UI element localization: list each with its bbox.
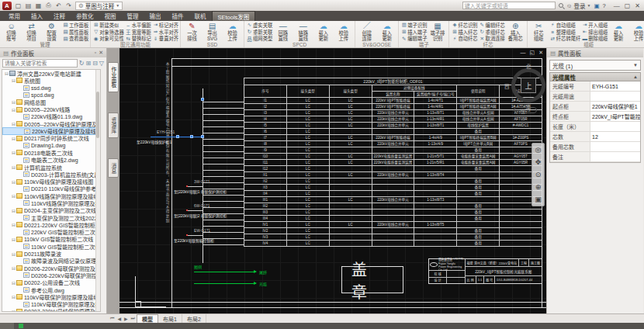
tree-expander-icon[interactable]: ⊟	[11, 237, 16, 242]
tree-expander-icon[interactable]: ⊟	[11, 265, 16, 271]
tree-item[interactable]: 参考公用.dwg	[2, 286, 100, 293]
plot-icon[interactable]: ⎙	[44, 2, 53, 9]
undo-icon[interactable]: ↶	[54, 2, 63, 9]
expand-all-icon[interactable]: ⊞	[85, 60, 91, 67]
对象可见性-button[interactable]: ◉对象可见性	[92, 35, 123, 42]
view-cube[interactable]: 北 南 西 东 上	[511, 68, 545, 102]
filter-icon[interactable]: ▽	[99, 60, 104, 67]
nav-wheel-icon[interactable]: ◎	[535, 146, 542, 154]
ribbon-tab-常用[interactable]: 常用	[3, 11, 26, 21]
tree-item[interactable]: 110kV GIS智能控制柜二次线.dwg	[2, 243, 100, 250]
tree-expander-icon[interactable]: ⊟	[11, 208, 16, 213]
selection-grip[interactable]	[201, 135, 204, 138]
tree-item[interactable]: 电能表二次线2.dwg	[2, 157, 100, 164]
属性面板-button[interactable]: ▤属性面板	[62, 29, 88, 36]
tree-item[interactable]: ⊟计算机监控系统	[2, 164, 100, 171]
tree-expander-icon[interactable]: ⊟	[11, 222, 16, 227]
doc-minimize-button[interactable]: —	[521, 50, 526, 56]
close-button[interactable]: ✕	[635, 2, 640, 9]
tree-item[interactable]: 220kV线路01.19.dwg	[2, 113, 100, 120]
tree-item[interactable]: ⊟D0205--220kV线路	[2, 106, 100, 113]
tree-expander-icon[interactable]: ⊟	[11, 78, 16, 83]
close-icon[interactable]: ✕	[99, 50, 103, 56]
删除组缆-button[interactable]: ▬删除组缆	[581, 35, 608, 42]
ribbon-tab-SEtools发图[interactable]: SEtools发图	[212, 11, 256, 21]
save-icon[interactable]: ▦	[34, 2, 43, 9]
整理组缆-button[interactable]: ≡整理组缆	[549, 29, 580, 36]
重组纤芯-button[interactable]: ↻重组纤芯	[479, 29, 505, 36]
对象筛选器-button[interactable]: ▽对象筛选器	[92, 29, 123, 36]
回路直线-button[interactable]: —回路直线	[273, 21, 293, 42]
编辑纤芯-button[interactable]: ✎编辑纤芯	[479, 22, 505, 29]
search-icon[interactable]	[559, 3, 563, 8]
组网类型-button[interactable]: 品组网类型	[246, 35, 272, 42]
a360-icon[interactable]: ▣	[594, 2, 599, 9]
wcs-button[interactable]: WCS	[514, 107, 537, 113]
property-value[interactable]	[590, 122, 640, 131]
ribbon-tab-管理[interactable]: 管理	[122, 11, 144, 21]
tree-item[interactable]: 110kV母联保护测控原理及接线图.dwg	[2, 301, 100, 308]
宽度等距-button[interactable]: 王宽度等距	[125, 29, 151, 36]
help-icon[interactable]: ?	[603, 2, 606, 9]
tree-expander-icon[interactable]: ⊟	[11, 121, 16, 126]
接出组缆-button[interactable]: ⇤接出组缆	[581, 29, 608, 36]
doc-restore-button[interactable]: ◱	[530, 50, 535, 56]
tree-item[interactable]: Drawing1.dwg	[2, 142, 100, 149]
tree-item[interactable]: D0203-计算机监控系统(文昌).dwg	[2, 171, 100, 178]
property-value[interactable]: 220kV母线保护柜1	[590, 102, 640, 111]
载入更新-button[interactable]: ☁载入更新	[608, 21, 628, 42]
取消连接-button[interactable]: ✕取消连接	[479, 35, 505, 42]
开入组缆-button[interactable]: ⇥开入组缆	[581, 22, 608, 29]
tree-expander-icon[interactable]: ⊟	[11, 99, 16, 105]
虚实关联-button[interactable]: ∿虚实关联	[246, 22, 272, 29]
sign-in-button[interactable]: ☺ 登录 ▼	[566, 2, 591, 10]
插入端子-button[interactable]: ⊞插入端子	[400, 29, 427, 36]
zoom-icon[interactable]: ⊙	[535, 171, 542, 178]
new-icon[interactable]: ▢	[14, 2, 23, 9]
selection-grip[interactable]	[201, 98, 204, 101]
property-value[interactable]	[590, 92, 640, 101]
layout-tab-布局1[interactable]: 布局1	[158, 314, 182, 323]
minimize-button[interactable]: —	[614, 2, 620, 9]
tree-item[interactable]: 故障录波及网络记录仪原理接线图.dwg	[2, 258, 100, 265]
配置设置-button[interactable]: ⚙配置设置	[42, 21, 61, 42]
cable-line[interactable]	[188, 186, 203, 187]
载入更新-button[interactable]: ☁载入更新	[313, 21, 333, 42]
tree-item[interactable]: 220kV母线保护原理及接线图.dwg	[2, 127, 100, 134]
端子识别-button[interactable]: ▥端子识别	[400, 22, 427, 29]
tree-expander-icon[interactable]: ⊟	[4, 71, 9, 76]
drawing-canvas[interactable]: — ◱ ✕ 本工程图纸知识产权为福建永福电力设计股份有限公司所有，未经书面许可不…	[119, 48, 546, 313]
tree-item[interactable]: ⊟D0202-公用设备二次线	[2, 279, 100, 286]
selection-grip[interactable]	[176, 135, 179, 138]
selection-grip[interactable]	[190, 135, 193, 138]
layout-tab-模型[interactable]: 模型	[137, 314, 158, 323]
app-icon[interactable]: A	[2, 2, 12, 10]
校验上传-button[interactable]: ☁校验上传	[628, 21, 644, 42]
tree-expander-icon[interactable]: ⊟	[11, 136, 16, 141]
水平对齐-button[interactable]: ⇒水平对齐	[152, 29, 178, 36]
链路直线-button[interactable]: —链路直线	[293, 21, 313, 42]
tree-expander-icon[interactable]: ⊟	[11, 107, 16, 113]
tree-expander-icon[interactable]: ⊟	[11, 280, 16, 286]
导出SVG-button[interactable]: ▤导出SVG	[203, 21, 222, 42]
端子排识别-button[interactable]: ▦端子排识别	[428, 21, 447, 42]
help-search-input[interactable]: 键入关键字或短语	[462, 2, 556, 9]
tree-expander-icon[interactable]: ⊟	[11, 193, 16, 199]
纤芯组缆-button[interactable]: ✂纤芯组缆	[529, 21, 549, 42]
cable-line[interactable]	[188, 210, 203, 211]
orbit-icon[interactable]: ⊕	[535, 183, 542, 191]
tree-item[interactable]: 220kV GIS智能控制柜二次线03.03.dwg	[2, 229, 100, 236]
纤芯识别-button[interactable]: ◈纤芯识别	[451, 22, 477, 29]
viewcube-top[interactable]: 上	[521, 78, 536, 93]
tree-item[interactable]: ⊟D0217同步时钟系统二次线	[2, 135, 100, 142]
查看面板-button[interactable]: ▤查看面板	[62, 35, 88, 42]
tree-item[interactable]: ⊟110kV GIS智能控制柜二次线	[2, 236, 100, 243]
编辑端子-button[interactable]: ✎编辑端子	[400, 35, 427, 42]
collapse-all-icon[interactable]: ⊟	[92, 60, 98, 67]
side-tab-作业面板[interactable]: 作业面板	[108, 62, 119, 92]
工作面板-button[interactable]: ▤工作面板	[62, 22, 88, 29]
tree-item[interactable]: ⊟D0206-220kV母联保护测控及二次线	[2, 265, 100, 272]
垂直对齐-button[interactable]: ⇓垂直对齐	[152, 35, 178, 42]
tree-item[interactable]: spcd.dwg	[2, 92, 100, 99]
tree-item[interactable]: ⊟网络总图	[2, 99, 100, 106]
